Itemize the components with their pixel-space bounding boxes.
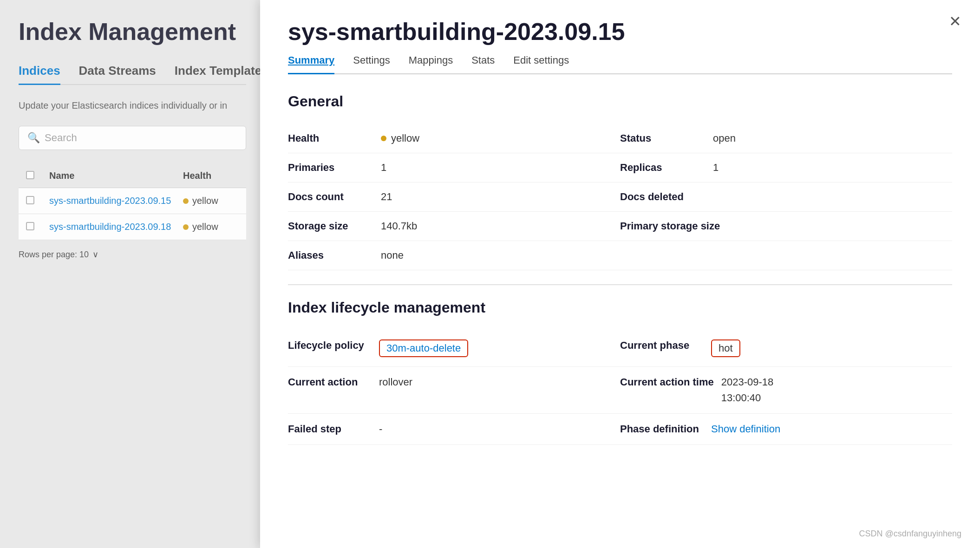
- lifecycle-policy-cell: Lifecycle policy 30m-auto-delete: [288, 330, 620, 367]
- primaries-value: 1: [381, 162, 386, 174]
- lifecycle-grid: Lifecycle policy 30m-auto-delete Current…: [288, 330, 952, 445]
- health-value-2: yellow: [192, 222, 218, 232]
- current-phase-label: Current phase: [620, 339, 704, 352]
- col-header-health: Health: [183, 170, 239, 181]
- docs-count-value: 21: [381, 191, 392, 203]
- status-cell: Status open: [620, 124, 952, 153]
- watermark: CSDN @csdnfanguyinheng: [859, 529, 961, 539]
- lifecycle-section: Index lifecycle management Lifecycle pol…: [288, 299, 952, 445]
- failed-step-cell: Failed step -: [288, 414, 620, 445]
- col-header-name: Name: [49, 170, 174, 181]
- left-tabs: Indices Data Streams Index Templates: [19, 64, 246, 85]
- docs-deleted-label: Docs deleted: [620, 191, 704, 203]
- description-text: Update your Elasticsearch indices indivi…: [19, 99, 246, 112]
- close-button[interactable]: ✕: [949, 14, 961, 29]
- replicas-value: 1: [713, 162, 719, 174]
- select-all-checkbox[interactable]: [26, 171, 34, 179]
- health-value-1: yellow: [192, 196, 218, 206]
- primaries-cell: Primaries 1: [288, 153, 620, 183]
- flyout-tab-mappings[interactable]: Mappings: [409, 54, 453, 73]
- row-checkbox-1[interactable]: [26, 196, 34, 204]
- lifecycle-policy-link[interactable]: 30m-auto-delete: [386, 342, 461, 354]
- current-action-cell: Current action rollover: [288, 367, 620, 414]
- health-dot-detail: [381, 136, 386, 141]
- left-panel: Index Management Indices Data Streams In…: [0, 0, 265, 548]
- failed-step-value: -: [379, 423, 382, 435]
- flyout-panel: ✕ sys-smartbuilding-2023.09.15 Summary S…: [260, 0, 980, 548]
- lifecycle-policy-highlight: 30m-auto-delete: [379, 339, 468, 357]
- index-name-1[interactable]: sys-smartbuilding-2023.09.15: [49, 196, 174, 206]
- flyout-tab-summary[interactable]: Summary: [288, 54, 334, 74]
- current-phase-highlight: hot: [711, 339, 740, 357]
- chevron-down-icon: ∨: [92, 249, 98, 260]
- primaries-label: Primaries: [288, 162, 372, 174]
- general-info-grid: Health yellow Status open Primaries 1 Re…: [288, 124, 952, 270]
- page-title: Index Management: [19, 19, 246, 45]
- health-dot-yellow-1: [183, 198, 189, 204]
- current-action-time-label: Current action time: [620, 376, 714, 388]
- show-definition-link[interactable]: Show definition: [711, 423, 780, 435]
- phase-definition-value: Show definition: [711, 423, 780, 435]
- health-cell-detail: Health yellow: [288, 124, 620, 153]
- flyout-tab-settings[interactable]: Settings: [353, 54, 390, 73]
- row-checkbox-2[interactable]: [26, 222, 34, 230]
- current-phase-text: hot: [719, 342, 733, 354]
- status-label: Status: [620, 132, 704, 144]
- current-action-time-value: 2023-09-18 13:00:40: [721, 376, 774, 404]
- general-section-title: General: [288, 93, 952, 110]
- status-value: open: [713, 132, 736, 144]
- current-action-time-text: 13:00:40: [721, 392, 761, 404]
- lifecycle-section-title: Index lifecycle management: [288, 299, 952, 316]
- rows-per-page[interactable]: Rows per page: 10 ∨: [19, 249, 246, 260]
- storage-size-cell: Storage size 140.7kb: [288, 212, 620, 241]
- replicas-label: Replicas: [620, 162, 704, 174]
- search-icon: 🔍: [27, 132, 40, 144]
- docs-deleted-cell: Docs deleted: [620, 183, 952, 212]
- health-text-detail: yellow: [391, 132, 419, 144]
- search-bar[interactable]: 🔍 Search: [19, 126, 246, 150]
- flyout-title: sys-smartbuilding-2023.09.15: [288, 19, 952, 45]
- current-action-time-cell: Current action time 2023-09-18 13:00:40: [620, 367, 952, 414]
- replicas-cell: Replicas 1: [620, 153, 952, 183]
- table-row: sys-smartbuilding-2023.09.15 yellow: [19, 188, 246, 214]
- current-action-date: 2023-09-18: [721, 376, 774, 388]
- health-cell-2: yellow: [183, 222, 239, 232]
- current-action-label: Current action: [288, 376, 372, 388]
- storage-size-value: 140.7kb: [381, 220, 417, 232]
- health-cell-1: yellow: [183, 196, 239, 206]
- docs-count-cell: Docs count 21: [288, 183, 620, 212]
- empty-cell: [620, 241, 952, 270]
- health-label: Health: [288, 132, 372, 144]
- tab-data-streams[interactable]: Data Streams: [79, 64, 156, 84]
- flyout-tab-edit-settings[interactable]: Edit settings: [513, 54, 569, 73]
- lifecycle-policy-label: Lifecycle policy: [288, 339, 372, 352]
- current-action-value: rollover: [379, 376, 412, 388]
- current-phase-cell: Current phase hot: [620, 330, 952, 367]
- health-dot-yellow-2: [183, 224, 189, 230]
- tab-indices[interactable]: Indices: [19, 64, 60, 85]
- phase-definition-label: Phase definition: [620, 423, 704, 435]
- flyout-tab-stats[interactable]: Stats: [471, 54, 495, 73]
- search-input[interactable]: Search: [45, 132, 77, 144]
- table-header: Name Health: [19, 164, 246, 188]
- aliases-cell: Aliases none: [288, 241, 620, 270]
- section-divider: [288, 284, 952, 285]
- aliases-label: Aliases: [288, 249, 372, 261]
- docs-count-label: Docs count: [288, 191, 372, 203]
- index-name-2[interactable]: sys-smartbuilding-2023.09.18: [49, 222, 174, 232]
- failed-step-label: Failed step: [288, 423, 372, 435]
- flyout-tabs: Summary Settings Mappings Stats Edit set…: [288, 54, 952, 74]
- table-row: sys-smartbuilding-2023.09.18 yellow: [19, 214, 246, 240]
- current-phase-value: hot: [711, 339, 740, 357]
- primary-storage-label: Primary storage size: [620, 220, 720, 232]
- aliases-value: none: [381, 249, 404, 261]
- rows-per-page-label: Rows per page: 10: [19, 250, 89, 260]
- lifecycle-policy-value: 30m-auto-delete: [379, 339, 468, 357]
- phase-definition-cell: Phase definition Show definition: [620, 414, 952, 445]
- storage-size-label: Storage size: [288, 220, 372, 232]
- tab-index-templates[interactable]: Index Templates: [175, 64, 268, 84]
- primary-storage-cell: Primary storage size: [620, 212, 952, 241]
- health-value-detail: yellow: [381, 132, 419, 144]
